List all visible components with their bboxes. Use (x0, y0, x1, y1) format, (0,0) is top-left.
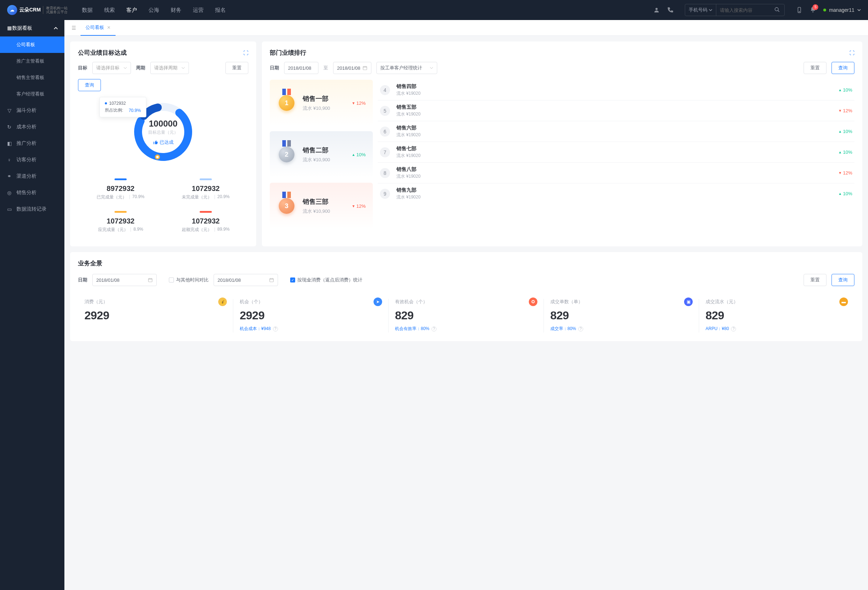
rank-name: 销售六部 (396, 125, 838, 131)
help-icon[interactable]: ? (731, 327, 736, 331)
select-period[interactable]: 请选择周期 (150, 62, 189, 74)
podium-card-2[interactable]: 2 销售二部 流水 ¥10,900 ▲10% (270, 131, 373, 178)
nav-item-运营[interactable]: 运营 (193, 7, 204, 13)
kpi-value: 829 (395, 309, 537, 322)
sidebar-item-客户经理看板[interactable]: 客户经理看板 (0, 86, 64, 102)
nav-item-公海[interactable]: 公海 (149, 7, 159, 13)
sidebar-item-渠道分析[interactable]: ⚭渠道分析 (0, 168, 64, 184)
card-title: 业务全景 (78, 259, 102, 268)
help-icon[interactable]: ? (273, 327, 278, 331)
device-icon[interactable] (796, 7, 803, 13)
label-period: 周期 (136, 65, 145, 71)
notifications[interactable]: 5 (810, 6, 816, 14)
rank-row[interactable]: 6 销售六部 流水 ¥19020 ▲ 10% (378, 121, 855, 142)
nav-item-财务[interactable]: 财务 (171, 7, 182, 13)
stat-checkbox[interactable]: ✓按现金消费（返点后消费）统计 (290, 277, 362, 283)
chevron-down-icon (182, 66, 185, 70)
date-separator: 至 (323, 65, 328, 71)
user-menu[interactable]: manager11 (823, 7, 861, 13)
change-badge: ▲10% (352, 152, 366, 157)
kpi-label: 成交单数（单） (550, 299, 583, 305)
arrow-icon: ▼ (838, 109, 842, 113)
channel-icon: ⚭ (6, 174, 12, 179)
podium-card-1[interactable]: 1 销售一部 流水 ¥10,900 ▼12% (270, 80, 373, 126)
chevron-up-icon (54, 26, 58, 30)
rank-name: 销售七部 (396, 146, 838, 152)
query-button[interactable]: 查询 (831, 62, 855, 74)
select-target[interactable]: 请选择目标 (92, 62, 131, 74)
reset-button[interactable]: 重置 (226, 62, 248, 74)
card-title: 部门业绩排行 (270, 49, 306, 57)
change-badge: ▲ 10% (838, 87, 852, 93)
podium-card-3[interactable]: 3 销售三部 流水 ¥10,900 ▼12% (270, 183, 373, 229)
sidebar-item-漏斗分析[interactable]: ▽漏斗分析 (0, 102, 64, 119)
card-title: 公司业绩目标达成 (78, 49, 127, 57)
goal-donut-chart: 1072932 所占比例: 70.9% 100000 目标总量 (78, 91, 248, 167)
goal-metric: 1072932 超额完成（元）|89.9% (163, 207, 248, 239)
query-button[interactable]: 查询 (78, 79, 101, 91)
phone-icon[interactable] (667, 7, 673, 13)
sidebar-item-推广主管看板[interactable]: 推广主管看板 (0, 53, 64, 69)
sidebar-item-访客分析[interactable]: ♀访客分析 (0, 152, 64, 168)
expand-icon[interactable]: ⛶ (849, 50, 855, 56)
sidebar-item-推广分析[interactable]: ◧推广分析 (0, 135, 64, 152)
select-stat-by[interactable]: 按工单客户经理统计 (376, 62, 437, 74)
metric-value: 1072932 (78, 217, 163, 225)
change-badge: ▲ 10% (838, 150, 852, 155)
logo-sub: 教育机构一站 式服务云平台 (43, 6, 68, 14)
calendar-icon (269, 278, 274, 282)
rank-number: 4 (380, 85, 390, 95)
metric-bar-icon (115, 178, 127, 180)
arrow-icon: ▼ (838, 171, 842, 175)
kpi-value: 2929 (240, 309, 382, 322)
metric-bar-icon (200, 178, 212, 180)
rank-number: 8 (380, 168, 390, 178)
nav-item-数据[interactable]: 数据 (82, 7, 93, 13)
sidebar-item-销售主管看板[interactable]: 销售主管看板 (0, 69, 64, 86)
rank-row[interactable]: 4 销售四部 流水 ¥19020 ▲ 10% (378, 80, 855, 100)
logo[interactable]: ☁ 云朵CRM 教育机构一站 式服务云平台 (7, 5, 68, 15)
svg-point-1 (775, 7, 778, 11)
help-icon[interactable]: ? (431, 327, 437, 331)
reset-button[interactable]: 重置 (804, 62, 827, 74)
rank-number: 9 (380, 189, 390, 199)
reset-button[interactable]: 重置 (804, 274, 827, 286)
rank-row[interactable]: 5 销售五部 流水 ¥19020 ▼ 12% (378, 100, 855, 121)
kpi-value: 829 (706, 309, 848, 322)
search-type-select[interactable]: 手机号码 (685, 4, 716, 16)
notification-badge: 5 (813, 4, 818, 10)
sidebar-item-销售分析[interactable]: ◎销售分析 (0, 184, 64, 201)
rank-row[interactable]: 9 销售九部 流水 ¥19020 ▲ 10% (378, 184, 855, 204)
query-button[interactable]: 查询 (831, 274, 855, 286)
sidebar-item-数据流转记录[interactable]: ▭数据流转记录 (0, 201, 64, 218)
rank-row[interactable]: 7 销售七部 流水 ¥19020 ▲ 10% (378, 142, 855, 163)
sidebar-item-公司看板[interactable]: 公司看板 (0, 37, 64, 53)
date-input-2[interactable]: 2018/01/08 (214, 274, 278, 286)
arrow-icon: ▼ (352, 204, 355, 208)
rank-row[interactable]: 8 销售八部 流水 ¥19020 ▼ 12% (378, 163, 855, 184)
nav-item-客户[interactable]: 客户 (126, 7, 137, 13)
calendar-icon (362, 65, 368, 71)
nav-item-报名[interactable]: 报名 (215, 7, 226, 13)
search-input[interactable] (716, 7, 770, 13)
search-button[interactable] (770, 7, 784, 13)
close-icon[interactable]: ✕ (107, 25, 111, 30)
date-to-input[interactable]: 2018/01/08 (333, 62, 371, 74)
tab-公司看板[interactable]: 公司看板 ✕ (81, 20, 115, 36)
nav-icons: 手机号码 5 manager11 (653, 4, 861, 16)
expand-icon[interactable]: ⛶ (243, 50, 248, 56)
date-from-input[interactable]: 2018/01/08 (284, 62, 319, 74)
sidebar-item-成本分析[interactable]: ↻成本分析 (0, 119, 64, 135)
date-input-1[interactable]: 2018/01/08 (92, 274, 157, 286)
podium-sub: 流水 ¥10,900 (303, 157, 330, 163)
compare-checkbox[interactable]: 与其他时间对比 (169, 277, 208, 283)
collapse-sidebar-button[interactable]: ☰ (69, 24, 79, 32)
arrow-icon: ▲ (838, 150, 842, 154)
rank-number: 6 (380, 127, 390, 137)
tabs-bar: ☰ 公司看板 ✕ (64, 20, 868, 36)
nav-item-线索[interactable]: 线索 (104, 7, 115, 13)
kpi-icon: ▬ (839, 297, 848, 306)
user-icon[interactable] (653, 7, 660, 13)
help-icon[interactable]: ? (578, 327, 583, 331)
sidebar-group-数据看板[interactable]: ▦数据看板 (0, 20, 64, 37)
